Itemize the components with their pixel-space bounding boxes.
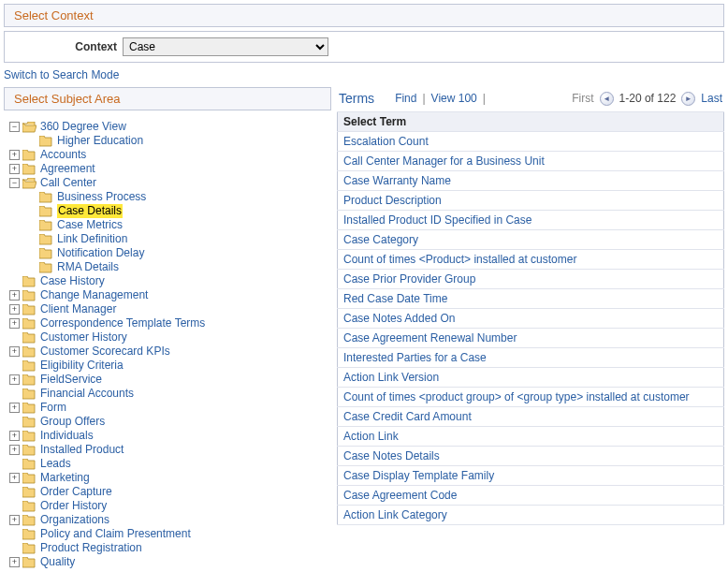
term-link[interactable]: Case Prior Provider Group [338, 270, 724, 289]
term-link[interactable]: Case Notes Added On [338, 309, 724, 329]
switch-to-search-mode-link[interactable]: Switch to Search Mode [4, 68, 119, 81]
tree-item-label: Case Details [57, 204, 123, 218]
context-select[interactable]: Case [123, 37, 328, 56]
tree-item[interactable]: Link Definition [9, 232, 328, 246]
expand-icon[interactable]: + [9, 473, 20, 483]
tree-item[interactable]: +Form [9, 401, 328, 415]
tree-item[interactable]: Order History [9, 499, 328, 513]
tree-item[interactable]: RMA Details [9, 260, 328, 274]
tree-item[interactable]: Order Capture [9, 485, 328, 499]
term-link[interactable]: Action Link Version [338, 368, 724, 388]
expand-icon[interactable]: + [9, 515, 20, 525]
tree-item[interactable]: +Individuals [9, 429, 328, 443]
term-link[interactable]: Case Notes Details [338, 447, 724, 466]
next-button[interactable]: ► [681, 92, 695, 106]
expand-icon[interactable]: + [9, 431, 20, 441]
tree-item-label: Order Capture [40, 485, 112, 499]
term-link[interactable]: Action Link Category [338, 506, 724, 525]
expand-icon[interactable]: + [9, 164, 20, 174]
folder-icon [22, 360, 36, 372]
tree-item[interactable]: +Client Manager [9, 302, 328, 316]
tree-item-label: Client Manager [40, 302, 116, 316]
expand-icon[interactable]: + [9, 557, 20, 567]
tree-item[interactable]: Customer History [9, 330, 328, 345]
term-link[interactable]: Escalation Count [338, 132, 724, 152]
tree-item[interactable]: Eligibility Criteria [9, 359, 328, 373]
prev-button[interactable]: ◄ [600, 92, 614, 106]
tree-item[interactable]: −Call Center [9, 176, 328, 190]
no-expand-icon [26, 206, 36, 216]
last-link[interactable]: Last [701, 92, 722, 105]
select-context-header: Select Context [4, 4, 724, 27]
no-expand-icon [9, 276, 20, 286]
no-expand-icon [26, 262, 36, 272]
tree-item[interactable]: −360 Degree View [9, 120, 328, 134]
folder-icon [22, 431, 36, 442]
tree-item[interactable]: +Quality [9, 555, 328, 569]
tree-item[interactable]: Case Details [9, 204, 328, 218]
table-row: Count of times <product group> of <group… [338, 388, 724, 407]
tree-item[interactable]: +Organizations [9, 513, 328, 527]
table-row: Case Warranty Name [338, 171, 724, 191]
term-link[interactable]: Count of times <product group> of <group… [338, 388, 724, 407]
term-link[interactable]: Case Agreement Code [338, 486, 724, 506]
table-row: Case Category [338, 230, 724, 250]
tree-item-label: Higher Education [57, 134, 143, 148]
collapse-icon[interactable]: − [9, 122, 20, 132]
tree-item-label: Call Center [40, 176, 96, 190]
term-link[interactable]: Count of times <Product> installed at cu… [338, 250, 724, 270]
no-expand-icon [9, 543, 20, 553]
find-link[interactable]: Find [395, 92, 416, 105]
tree-item[interactable]: +Marketing [9, 471, 328, 485]
term-link[interactable]: Case Credit Card Amount [338, 407, 724, 427]
term-link[interactable]: Interested Parties for a Case [338, 348, 724, 368]
tree-item[interactable]: +Installed Product [9, 443, 328, 457]
expand-icon[interactable]: + [9, 346, 20, 357]
tree-item-label: Case History [40, 274, 105, 288]
tree-item-label: Business Process [57, 190, 146, 204]
tree-item[interactable]: Leads [9, 457, 328, 471]
collapse-icon[interactable]: − [9, 178, 20, 188]
folder-icon [22, 487, 36, 498]
tree-item[interactable]: +Change Management [9, 288, 328, 302]
terms-table-header: Select Term [338, 112, 724, 132]
first-link[interactable]: First [572, 92, 593, 105]
tree-item[interactable]: Product Registration [9, 541, 328, 555]
term-link[interactable]: Installed Product ID Specified in Case [338, 211, 724, 230]
term-link[interactable]: Case Category [338, 230, 724, 250]
tree-item[interactable]: Case History [9, 274, 328, 288]
table-row: Case Agreement Renewal Number [338, 329, 724, 348]
expand-icon[interactable]: + [9, 374, 20, 385]
term-link[interactable]: Red Case Date Time [338, 289, 724, 309]
term-link[interactable]: Product Description [338, 191, 724, 211]
tree-item[interactable]: Higher Education [9, 134, 328, 148]
table-row: Case Agreement Code [338, 486, 724, 506]
tree-item[interactable]: Group Offers [9, 415, 328, 429]
term-link[interactable]: Case Agreement Renewal Number [338, 329, 724, 348]
tree-item[interactable]: Case Metrics [9, 218, 328, 232]
tree-item[interactable]: Business Process [9, 190, 328, 204]
expand-icon[interactable]: + [9, 304, 20, 315]
folder-icon [22, 290, 36, 301]
expand-icon[interactable]: + [9, 445, 20, 455]
separator: | [483, 92, 486, 105]
view-100-link[interactable]: View 100 [431, 92, 477, 105]
tree-item[interactable]: Financial Accounts [9, 387, 328, 401]
tree-item[interactable]: +FieldService [9, 373, 328, 387]
expand-icon[interactable]: + [9, 318, 20, 329]
expand-icon[interactable]: + [9, 150, 20, 160]
tree-item[interactable]: +Agreement [9, 162, 328, 176]
tree-item[interactable]: +Correspondence Template Terms [9, 316, 328, 330]
term-link[interactable]: Action Link [338, 427, 724, 447]
term-link[interactable]: Call Center Manager for a Business Unit [338, 152, 724, 171]
tree-item[interactable]: +Customer Scorecard KPIs [9, 345, 328, 359]
tree-item[interactable]: Policy and Claim Presentment [9, 527, 328, 541]
tree-item[interactable]: Notification Delay [9, 246, 328, 260]
term-link[interactable]: Case Warranty Name [338, 171, 724, 191]
term-link[interactable]: Case Display Template Family [338, 466, 724, 486]
no-expand-icon [26, 136, 36, 146]
tree-item[interactable]: +Accounts [9, 148, 328, 162]
expand-icon[interactable]: + [9, 403, 20, 413]
no-expand-icon [9, 529, 20, 539]
expand-icon[interactable]: + [9, 290, 20, 301]
